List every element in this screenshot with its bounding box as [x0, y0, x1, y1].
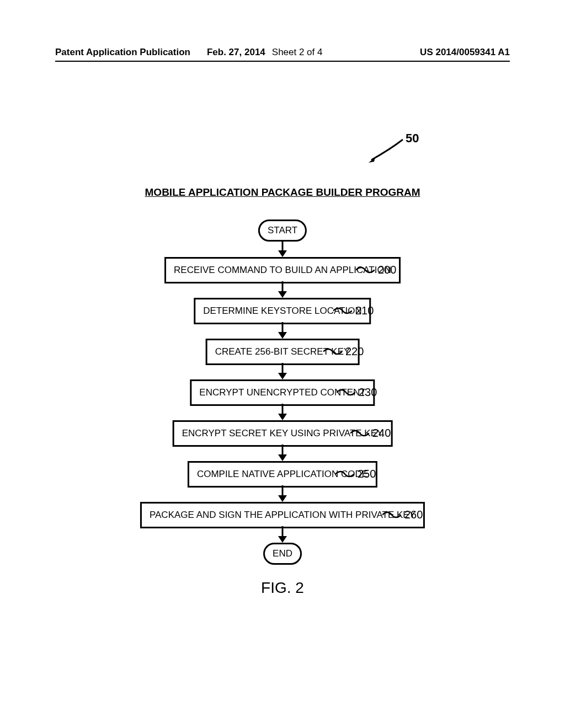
arrow-down-icon — [277, 281, 288, 299]
publication-number: US 2014/0059341 A1 — [420, 47, 510, 58]
arrow-down-icon — [277, 240, 288, 258]
callout-curve-icon — [350, 427, 369, 439]
step-ref-label: 220 — [345, 345, 364, 358]
step-row-260: PACKAGE AND SIGN THE APPLICATION WITH PR… — [0, 502, 565, 527]
page-header: Patent Application Publication Feb. 27, … — [55, 47, 510, 58]
step-row-220: CREATE 256-BIT SECRET KEY 220 — [0, 339, 565, 364]
svg-marker-16 — [278, 536, 287, 543]
step-ref-label: 260 — [404, 508, 423, 521]
step-ref-label: 250 — [358, 468, 376, 480]
step-ref-200: 200 — [356, 264, 396, 276]
svg-marker-12 — [278, 454, 287, 461]
terminal-start-row: START — [0, 220, 565, 242]
callout-curve-icon — [335, 468, 354, 480]
arrow-down-icon — [277, 445, 288, 462]
figure-caption: FIG. 2 — [0, 579, 565, 597]
step-ref-250: 250 — [335, 468, 376, 480]
arrow-down-icon — [277, 485, 288, 503]
terminal-end: END — [263, 543, 302, 565]
figure-reference-numeral: 50 — [406, 131, 419, 146]
svg-marker-4 — [278, 291, 287, 298]
arrow-down-icon — [277, 404, 288, 421]
flowchart-diagram: MOBILE APPLICATION PACKAGE BUILDER PROGR… — [0, 186, 565, 597]
svg-marker-0 — [369, 157, 375, 163]
step-row-230: ENCRYPT UNENCRYPTED CONTENT 230 — [0, 379, 565, 405]
step-ref-label: 240 — [372, 427, 391, 440]
step-ref-label: 230 — [359, 386, 377, 399]
step-row-250: COMPILE NATIVE APPLICATION CODE 250 — [0, 461, 565, 486]
flowchart-body: START RECEIVE COMMAND TO BUILD AN APPLIC… — [0, 220, 565, 565]
svg-marker-8 — [278, 373, 287, 379]
svg-marker-6 — [278, 332, 287, 339]
callout-curve-icon — [333, 304, 352, 317]
step-ref-210: 210 — [333, 304, 374, 317]
step-row-210: DETERMINE KEYSTORE LOCATION 210 — [0, 298, 565, 323]
page: Patent Application Publication Feb. 27, … — [0, 0, 565, 728]
step-ref-260: 260 — [382, 508, 423, 521]
callout-curve-icon — [382, 508, 401, 521]
step-row-200: RECEIVE COMMAND TO BUILD AN APPLICATION … — [0, 257, 565, 282]
step-ref-label: 200 — [378, 264, 396, 276]
publication-date: Feb. 27, 2014 — [207, 47, 265, 58]
arrow-down-icon — [277, 526, 288, 544]
svg-marker-14 — [278, 495, 287, 502]
callout-curve-icon — [356, 264, 375, 276]
arrow-down-icon — [277, 322, 288, 340]
step-ref-label: 210 — [355, 304, 374, 317]
callout-curve-icon — [337, 386, 355, 398]
step-ref-220: 220 — [323, 345, 364, 358]
arrow-down-icon — [277, 363, 288, 381]
step-ref-230: 230 — [337, 386, 377, 399]
publication-label: Patent Application Publication — [55, 47, 190, 58]
svg-marker-2 — [278, 250, 287, 257]
terminal-start: START — [258, 220, 307, 242]
step-row-240: ENCRYPT SECRET KEY USING PRIVATE KEY 240 — [0, 420, 565, 446]
svg-marker-10 — [278, 414, 287, 420]
step-ref-240: 240 — [350, 427, 391, 440]
terminal-end-row: END — [0, 543, 565, 565]
sheet-indicator: Sheet 2 of 4 — [272, 47, 323, 58]
header-rule — [55, 61, 510, 62]
callout-curve-icon — [323, 345, 342, 357]
diagram-title: MOBILE APPLICATION PACKAGE BUILDER PROGR… — [0, 186, 565, 199]
